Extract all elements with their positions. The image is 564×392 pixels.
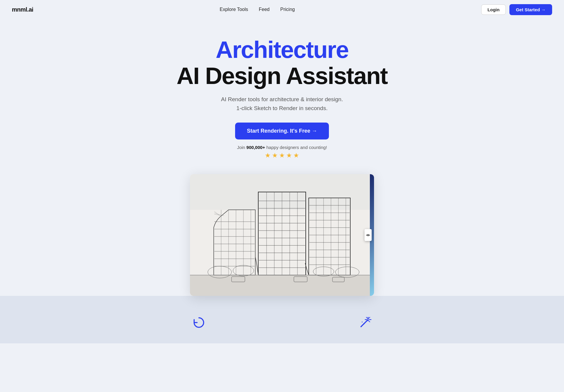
navbar-actions: Login Get Started → bbox=[481, 4, 552, 15]
logo[interactable]: mnml.ai bbox=[12, 6, 33, 13]
image-comparison-section: ◀▶ bbox=[0, 174, 564, 296]
nav-links: Explore Tools Feed Pricing bbox=[220, 7, 295, 12]
svg-point-66 bbox=[362, 321, 363, 322]
bottom-section bbox=[0, 296, 564, 343]
svg-line-62 bbox=[369, 317, 370, 318]
svg-rect-2 bbox=[190, 275, 374, 296]
magic-wand-icon bbox=[356, 314, 374, 331]
hero-subtitle: AI Render tools for architecture & inter… bbox=[221, 95, 343, 113]
refresh-icon-container bbox=[190, 314, 208, 331]
divider-arrows: ◀▶ bbox=[366, 233, 370, 237]
refresh-icon bbox=[190, 314, 208, 331]
hero-title-dark: AI Design Assistant bbox=[177, 63, 387, 89]
cta-button[interactable]: Start Rendering. It's Free → bbox=[235, 123, 329, 139]
star-2: ★ bbox=[272, 152, 278, 159]
star-1: ★ bbox=[265, 152, 271, 159]
get-started-button[interactable]: Get Started → bbox=[509, 4, 552, 15]
nav-feed[interactable]: Feed bbox=[259, 7, 270, 12]
navbar: mnml.ai Explore Tools Feed Pricing Login… bbox=[0, 0, 564, 19]
star-3: ★ bbox=[279, 152, 285, 159]
hero-section: Architecture AI Design Assistant AI Rend… bbox=[0, 19, 564, 171]
divider-handle[interactable]: ◀▶ bbox=[365, 229, 372, 241]
magic-wand-icon-container bbox=[356, 314, 374, 331]
svg-point-65 bbox=[363, 323, 365, 324]
nav-explore-tools[interactable]: Explore Tools bbox=[220, 7, 248, 12]
svg-line-64 bbox=[369, 321, 370, 322]
hero-title-blue: Architecture bbox=[216, 37, 348, 63]
svg-line-63 bbox=[366, 317, 367, 318]
sketch-side bbox=[190, 174, 374, 296]
nav-pricing[interactable]: Pricing bbox=[280, 7, 295, 12]
star-rating: ★ ★ ★ ★ ★ bbox=[265, 152, 299, 159]
login-button[interactable]: Login bbox=[481, 4, 506, 15]
star-4: ★ bbox=[286, 152, 292, 159]
star-5: ★ bbox=[293, 152, 299, 159]
image-comparison-container[interactable]: ◀▶ bbox=[190, 174, 374, 296]
social-proof: Join 900,000+ happy designers and counti… bbox=[237, 145, 327, 150]
